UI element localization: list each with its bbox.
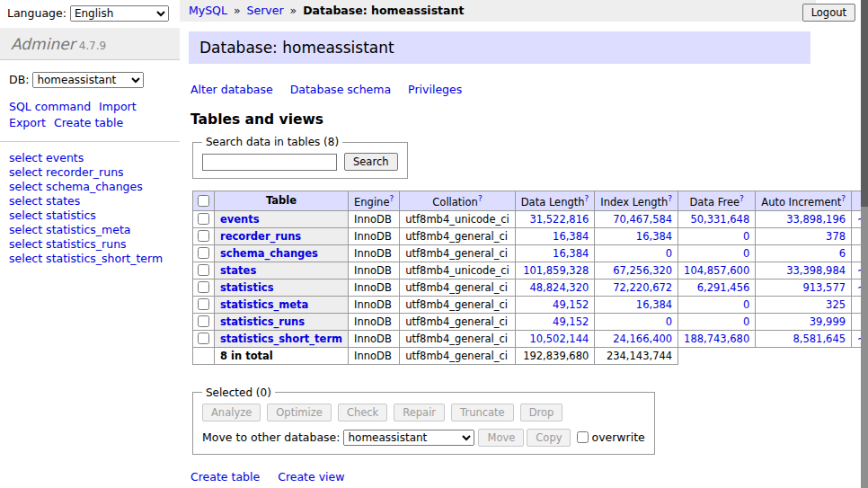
row-select-checkbox[interactable]: [198, 213, 209, 225]
index-length-link[interactable]: 24,166,400: [613, 333, 672, 345]
scrollbar-thumb[interactable]: [861, 0, 868, 207]
help-icon[interactable]: ?: [478, 194, 483, 203]
sidebar-table-links: select events select recorder_runs selec…: [0, 142, 180, 273]
sidebar-item-select-schema-changes[interactable]: select schema_changes: [9, 179, 171, 193]
auto-increment-link[interactable]: 39,999: [810, 315, 846, 328]
auto-increment-link[interactable]: 33,398,984: [786, 264, 846, 277]
table-name-link[interactable]: schema_changes: [220, 247, 318, 260]
data-length-link[interactable]: 101,859,328: [523, 264, 589, 277]
data-free-link[interactable]: 188,743,680: [684, 333, 749, 345]
data-free-link[interactable]: 6,291,456: [697, 281, 750, 294]
collation-cell: utf8mb4_general_ci: [400, 330, 516, 347]
auto-increment-link[interactable]: 8,581,645: [793, 333, 846, 345]
language-select[interactable]: English: [70, 5, 169, 22]
move-db-select[interactable]: homeassistant: [343, 430, 474, 446]
db-select[interactable]: homeassistant: [32, 72, 144, 88]
table-name-link[interactable]: recorder_runs: [220, 230, 301, 243]
row-select-checkbox[interactable]: [198, 298, 209, 310]
row-select-checkbox[interactable]: [198, 315, 209, 327]
auto-increment-link[interactable]: 6: [839, 247, 846, 260]
data-free-link[interactable]: 104,857,600: [684, 264, 749, 277]
logout-button[interactable]: Logout: [802, 4, 855, 22]
scrollbar[interactable]: [861, 0, 868, 488]
help-icon[interactable]: ?: [841, 194, 846, 203]
help-icon[interactable]: ?: [740, 194, 744, 203]
data-length-link[interactable]: 10,502,144: [529, 333, 589, 345]
row-select-checkbox[interactable]: [198, 333, 209, 344]
create-view-link[interactable]: Create view: [278, 470, 344, 484]
move-row: Move to other database:homeassistantMove…: [202, 429, 645, 447]
index-length-link[interactable]: 0: [666, 247, 672, 260]
analyze-button[interactable]: Analyze: [202, 404, 261, 421]
breadcrumb-mysql-link[interactable]: MySQL: [189, 4, 227, 17]
copy-button[interactable]: Copy: [527, 429, 571, 447]
table-name-link[interactable]: statistics_meta: [220, 298, 308, 311]
collation-cell: utf8mb4_unicode_ci: [400, 262, 516, 279]
table-name-link[interactable]: states: [220, 264, 256, 277]
auto-increment-link[interactable]: 325: [826, 298, 846, 311]
auto-increment-link[interactable]: 378: [826, 230, 846, 243]
data-length-link[interactable]: 16,384: [553, 247, 589, 260]
row-select-checkbox[interactable]: [198, 230, 209, 242]
privileges-link[interactable]: Privileges: [408, 83, 462, 96]
index-length-link[interactable]: 16,384: [636, 298, 672, 311]
sidebar-item-select-statistics-short-term[interactable]: select statistics_short_term: [9, 251, 171, 265]
sidebar-item-select-events[interactable]: select events: [9, 150, 171, 164]
sidebar-item-select-states[interactable]: select states: [9, 193, 171, 208]
sidebar-item-select-statistics-meta[interactable]: select statistics_meta: [9, 222, 171, 236]
index-length-link[interactable]: 0: [666, 315, 672, 328]
data-length-link[interactable]: 16,384: [553, 230, 589, 243]
create-table-link[interactable]: Create table: [190, 470, 260, 484]
table-name-link[interactable]: events: [220, 213, 260, 226]
create-table-link-sidebar[interactable]: Create table: [54, 116, 123, 129]
index-length-link[interactable]: 72,220,672: [613, 281, 672, 294]
auto-increment-link[interactable]: 913,577: [802, 281, 846, 294]
search-input[interactable]: [202, 154, 337, 171]
row-select-checkbox[interactable]: [198, 281, 209, 293]
check-button[interactable]: Check: [338, 404, 387, 421]
engine-cell: InnoDB: [349, 210, 400, 227]
row-select-checkbox[interactable]: [198, 264, 209, 276]
help-icon[interactable]: ?: [668, 194, 672, 203]
app-name: Adminer: [11, 35, 75, 53]
alter-database-link[interactable]: Alter database: [190, 83, 273, 96]
table-name-link[interactable]: statistics_runs: [220, 315, 305, 328]
data-length-link[interactable]: 49,152: [553, 315, 589, 328]
row-select-checkbox[interactable]: [198, 247, 209, 259]
help-icon[interactable]: ?: [389, 194, 394, 203]
table-name-link[interactable]: statistics: [220, 281, 274, 294]
data-free-link[interactable]: 0: [743, 298, 749, 311]
data-length-link[interactable]: 48,824,320: [529, 281, 589, 294]
col-header-table: Table: [215, 191, 349, 211]
index-length-link[interactable]: 67,256,320: [613, 264, 672, 277]
database-schema-link[interactable]: Database schema: [290, 83, 391, 96]
data-free-link[interactable]: 50,331,648: [690, 213, 749, 226]
repair-button[interactable]: Repair: [394, 404, 445, 421]
index-length-link[interactable]: 16,384: [636, 230, 672, 243]
sidebar-item-select-recorder-runs[interactable]: select recorder_runs: [9, 164, 171, 179]
import-link[interactable]: Import: [99, 100, 137, 113]
engine-cell: InnoDB: [349, 262, 400, 279]
sidebar-item-select-statistics-runs[interactable]: select statistics_runs: [9, 236, 171, 251]
auto-increment-link[interactable]: 33,898,196: [786, 213, 846, 226]
index-length-link[interactable]: 70,467,584: [613, 213, 672, 226]
data-free-link[interactable]: 0: [743, 230, 749, 243]
data-free-link[interactable]: 0: [743, 247, 749, 260]
selected-buttons-row: Analyze Optimize Check Repair Truncate D…: [202, 404, 645, 421]
export-link[interactable]: Export: [9, 116, 46, 129]
select-all-checkbox[interactable]: [198, 195, 209, 207]
overwrite-checkbox[interactable]: [577, 431, 589, 443]
search-button[interactable]: Search: [344, 153, 398, 171]
sidebar-item-select-statistics[interactable]: select statistics: [9, 208, 171, 222]
data-free-link[interactable]: 0: [743, 315, 749, 328]
breadcrumb-server-link[interactable]: Server: [247, 4, 284, 17]
table-name-link[interactable]: statistics_short_term: [220, 333, 342, 345]
optimize-button[interactable]: Optimize: [267, 404, 332, 421]
data-length-link[interactable]: 49,152: [553, 298, 589, 311]
help-icon[interactable]: ?: [585, 194, 589, 203]
drop-button[interactable]: Drop: [520, 404, 563, 421]
data-length-link[interactable]: 31,522,816: [529, 213, 589, 226]
sql-command-link[interactable]: SQL command: [9, 100, 91, 113]
move-button[interactable]: Move: [478, 429, 524, 447]
truncate-button[interactable]: Truncate: [451, 404, 514, 421]
